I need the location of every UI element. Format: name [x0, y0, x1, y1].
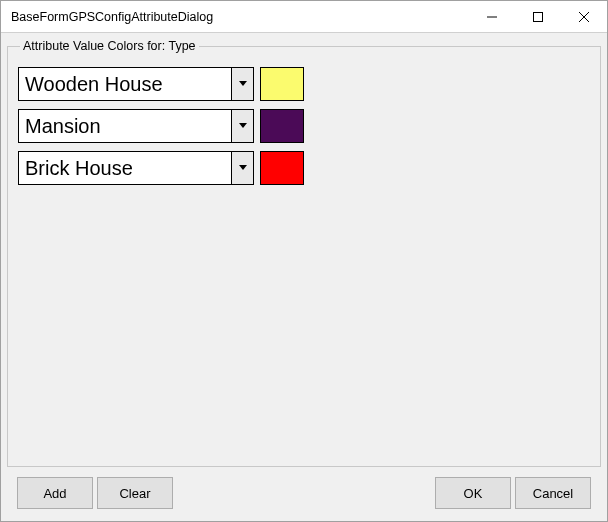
button-row: Add Clear OK Cancel [7, 467, 601, 521]
dialog-window: BaseFormGPSConfigAttributeDialog Attribu… [0, 0, 608, 522]
combo-dropdown-button[interactable] [231, 152, 253, 184]
attribute-value-combo[interactable]: Wooden House [18, 67, 254, 101]
svg-rect-0 [534, 12, 543, 21]
button-row-right: OK Cancel [435, 477, 591, 509]
color-swatch[interactable] [260, 109, 304, 143]
color-swatch[interactable] [260, 67, 304, 101]
attribute-value-combo[interactable]: Mansion [18, 109, 254, 143]
chevron-down-icon [239, 81, 247, 87]
color-swatch[interactable] [260, 151, 304, 185]
ok-button[interactable]: OK [435, 477, 511, 509]
close-icon [579, 12, 589, 22]
maximize-button[interactable] [515, 1, 561, 32]
combo-dropdown-button[interactable] [231, 110, 253, 142]
minimize-button[interactable] [469, 1, 515, 32]
window-controls [469, 1, 607, 32]
cancel-button[interactable]: Cancel [515, 477, 591, 509]
attribute-value-combo[interactable]: Brick House [18, 151, 254, 185]
button-row-left: Add Clear [17, 477, 173, 509]
content-area: Attribute Value Colors for: Type Wooden … [1, 33, 607, 521]
color-row: Mansion [18, 109, 590, 143]
attribute-colors-group: Attribute Value Colors for: Type Wooden … [7, 39, 601, 467]
color-row: Wooden House [18, 67, 590, 101]
combo-text: Brick House [19, 152, 231, 184]
window-title: BaseFormGPSConfigAttributeDialog [1, 10, 213, 24]
group-legend: Attribute Value Colors for: Type [20, 39, 199, 53]
chevron-down-icon [239, 123, 247, 129]
combo-dropdown-button[interactable] [231, 68, 253, 100]
maximize-icon [533, 12, 543, 22]
titlebar: BaseFormGPSConfigAttributeDialog [1, 1, 607, 33]
add-button[interactable]: Add [17, 477, 93, 509]
close-button[interactable] [561, 1, 607, 32]
minimize-icon [487, 12, 497, 22]
combo-text: Mansion [19, 110, 231, 142]
combo-text: Wooden House [19, 68, 231, 100]
color-rows: Wooden House Mansion [18, 67, 590, 185]
color-row: Brick House [18, 151, 590, 185]
clear-button[interactable]: Clear [97, 477, 173, 509]
chevron-down-icon [239, 165, 247, 171]
